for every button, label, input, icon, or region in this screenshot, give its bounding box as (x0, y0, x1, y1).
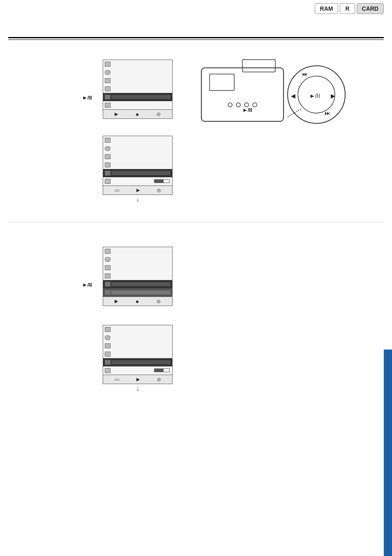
panel1-icon5 (105, 95, 111, 100)
panel4-icon6 (105, 368, 111, 373)
panel3-icon5 (105, 282, 111, 287)
panel4-icon2 (105, 335, 111, 340)
panel4-oo: ○○ (114, 377, 120, 382)
panel3-bottom: ▶ ■ ◎ (103, 297, 172, 306)
panel3-stop: ■ (136, 299, 139, 304)
panel3-row2 (103, 255, 172, 264)
panel3-play: ▶ (115, 299, 118, 304)
panel3-icon3 (105, 265, 111, 270)
panel2-icon5 (105, 171, 111, 176)
panel3-row1 (103, 247, 172, 255)
svg-rect-1 (210, 74, 234, 90)
panel4-icon3 (105, 343, 111, 348)
svg-point-7 (253, 103, 257, 107)
svg-point-4 (228, 103, 232, 107)
panel2-row6 (103, 177, 172, 185)
panel4-row2 (103, 334, 172, 342)
panel2-row1 (103, 136, 172, 144)
play-pause-label-1: ►/II (82, 95, 92, 101)
svg-text:◀: ◀ (291, 93, 295, 99)
panel4-icon5 (105, 360, 111, 365)
panel3-icon1 (105, 249, 111, 254)
panel1-row3 (103, 76, 172, 85)
svg-point-5 (236, 103, 240, 107)
panel2-row4 (103, 161, 172, 169)
panel4-row1 (103, 325, 172, 334)
panel4-play: ▶ (136, 377, 140, 382)
camera-illustration: ⏮ ►/II ⏭ ◀ ▶ (189, 51, 349, 142)
panel4-arrow: ↓ (103, 385, 173, 392)
panel2-icon6 (105, 179, 111, 184)
top-rule-thick (8, 37, 384, 38)
screen-panel-2: ○○ ▶ ◎ ↓ (103, 136, 173, 203)
panel3-icon2 (105, 257, 111, 262)
svg-point-6 (244, 103, 249, 107)
card-badge[interactable]: CARD (357, 3, 384, 14)
panel2-icon4 (105, 162, 111, 167)
svg-text:▶: ▶ (331, 93, 335, 99)
panel2-row3 (103, 153, 172, 161)
panel4-row3 (103, 342, 172, 350)
panel1-icon3 (105, 78, 111, 83)
panel4-icon1 (105, 327, 111, 332)
svg-text:⏭: ⏭ (325, 110, 330, 116)
panel1-stop: ■ (136, 112, 139, 117)
panel2-icon1 (105, 138, 111, 143)
panel1-icon1 (105, 62, 111, 67)
panel4-row5 (103, 358, 172, 366)
panel1-row4 (103, 85, 172, 93)
svg-text:►/II: ►/II (309, 93, 320, 99)
panel4-bottom: ○○ ▶ ◎ (103, 375, 172, 384)
screen-panel-1: ▶ ■ ◎ (103, 60, 173, 119)
header-badges: RAM R CARD (305, 0, 392, 17)
panel2-arrow: ↓ (103, 196, 173, 203)
panel3-row4 (103, 272, 172, 280)
panel2-bottom: ○○ ▶ ◎ (103, 185, 172, 195)
panel4-row6 (103, 366, 172, 375)
play-pause-label-3: ►/II (82, 282, 92, 288)
panel3-row6 (103, 288, 172, 297)
panel3-icon4 (105, 273, 111, 278)
panel1-icon6 (105, 103, 111, 108)
panel4-circle: ◎ (157, 377, 161, 382)
panel2-icon2 (105, 146, 111, 151)
panel3-row3 (103, 264, 172, 272)
screen-panel-4: ○○ ▶ ◎ ↓ (103, 325, 173, 392)
panel1-icon4 (105, 86, 111, 91)
panel2-circle: ◎ (157, 188, 161, 193)
right-side-bar (384, 350, 392, 556)
panel2-oo: ○○ (114, 188, 120, 193)
panel4-row4 (103, 350, 172, 358)
section-divider (8, 222, 384, 222)
r-badge[interactable]: R (340, 3, 355, 14)
panel2-row5 (103, 169, 172, 177)
panel1-play: ▶ (115, 111, 118, 117)
panel2-row2 (103, 144, 172, 153)
svg-rect-2 (242, 60, 275, 72)
panel1-circle: ◎ (157, 111, 161, 117)
ram-badge[interactable]: RAM (315, 3, 339, 14)
panel1-row6 (103, 101, 172, 109)
panel1-icon2 (105, 70, 111, 75)
svg-rect-0 (201, 68, 284, 121)
panel1-row1 (103, 60, 172, 68)
play-pause-label-camera: ►/II (242, 107, 252, 113)
screen-panel-3: ▶ ■ ◎ (103, 247, 173, 306)
panel3-row5 (103, 280, 172, 288)
panel3-circle: ◎ (157, 299, 161, 304)
panel4-icon4 (105, 352, 111, 357)
svg-text:⏮: ⏮ (302, 71, 307, 77)
panel1-bottom: ▶ ■ ◎ (103, 109, 172, 118)
panel2-icon3 (105, 154, 111, 159)
top-rule-thin (8, 39, 384, 40)
panel3-icon6 (105, 290, 111, 295)
panel1-row5 (103, 93, 172, 101)
panel1-row2 (103, 68, 172, 76)
panel2-play: ▶ (136, 188, 140, 193)
